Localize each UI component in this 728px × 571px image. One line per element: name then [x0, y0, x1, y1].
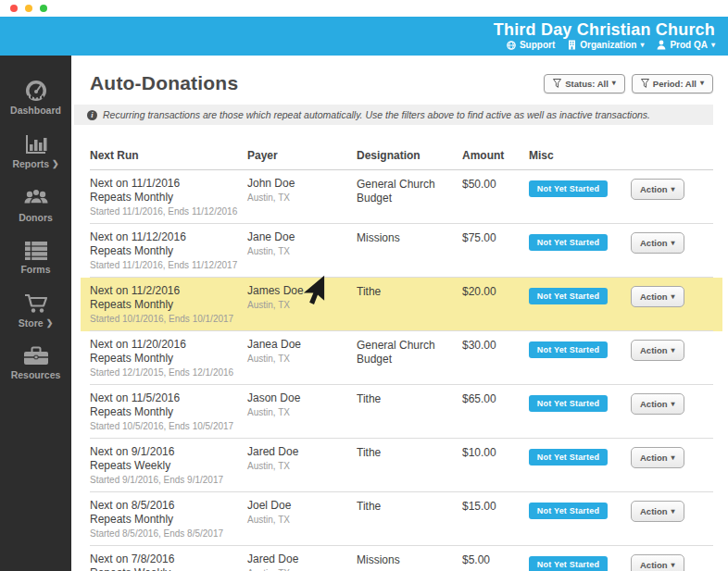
action-button[interactable]: Action ▾ — [631, 286, 684, 307]
table-row[interactable]: Next on 11/2/2016 Repeats Monthly Starte… — [90, 278, 713, 331]
sidebar-item-store[interactable]: Store❯ — [0, 284, 71, 338]
chevron-down-icon: ▾ — [711, 42, 715, 49]
payer-location: Austin, TX — [247, 460, 357, 472]
next-run-cell: Next on 11/12/2016 Repeats Monthly Start… — [90, 230, 247, 271]
resources-icon — [23, 346, 49, 366]
status-badge: Not Yet Started — [529, 234, 608, 251]
table-body: Next on 11/1/2016 Repeats Monthly Starte… — [90, 170, 713, 571]
globe-icon — [507, 41, 516, 50]
nav-label: Organization — [580, 40, 636, 50]
misc-cell: Not Yet Started — [529, 391, 631, 432]
action-cell: Action ▾ — [631, 230, 713, 271]
next-run-date: Next on 11/5/2016 — [90, 391, 247, 405]
start-end-dates: Started 11/1/2016, Ends 11/12/2016 — [90, 205, 247, 217]
action-button-label: Action — [640, 399, 668, 409]
next-run-date: Next on 11/20/2016 — [90, 338, 247, 352]
action-button-label: Action — [640, 506, 668, 516]
nav-organization[interactable]: Organization ▾ — [568, 40, 644, 50]
sidebar-item-label: Store❯ — [19, 317, 53, 329]
sidebar-item-label: Dashboard — [10, 105, 61, 116]
start-end-dates: Started 12/1/2015, Ends 12/1/2016 — [90, 366, 247, 379]
close-window-icon[interactable] — [10, 5, 18, 12]
misc-cell: Not Yet Started — [529, 552, 631, 571]
misc-cell: Not Yet Started — [529, 499, 631, 540]
payer-name: Joel Doe — [247, 499, 357, 513]
chevron-down-icon: ▾ — [700, 80, 704, 87]
payer-location: Austin, TX — [247, 299, 357, 311]
sidebar-item-reports[interactable]: Reports❯ — [0, 125, 71, 179]
action-button[interactable]: Action ▾ — [631, 501, 684, 522]
next-run-date: Next on 9/1/2016 — [90, 445, 247, 459]
table-row[interactable]: Next on 11/20/2016 Repeats Monthly Start… — [90, 331, 713, 385]
table-row[interactable]: Next on 11/1/2016 Repeats Monthly Starte… — [90, 170, 713, 224]
status-badge: Not Yet Started — [529, 395, 608, 412]
repeat-frequency: Repeats Weekly — [90, 566, 247, 571]
repeat-frequency: Repeats Weekly — [90, 459, 247, 473]
action-button[interactable]: Action ▾ — [631, 447, 684, 468]
column-header-designation: Designation — [357, 149, 462, 162]
minimize-window-icon[interactable] — [25, 5, 32, 12]
store-icon — [24, 292, 48, 315]
start-end-dates: Started 10/1/2016, Ends 10/1/2017 — [90, 313, 247, 325]
next-run-date: Next on 11/2/2016 — [90, 284, 247, 298]
nav-support[interactable]: Support — [507, 40, 555, 50]
sidebar-item-donors[interactable]: Donors — [0, 179, 71, 232]
next-run-cell: Next on 11/20/2016 Repeats Monthly Start… — [90, 338, 247, 379]
next-run-cell: Next on 8/5/2016 Repeats Monthly Started… — [90, 499, 247, 540]
amount-cell: $30.00 — [462, 338, 529, 379]
table-row[interactable]: Next on 11/12/2016 Repeats Monthly Start… — [90, 224, 713, 278]
next-run-date: Next on 7/8/2016 — [90, 552, 247, 566]
action-cell: Action ▾ — [631, 552, 713, 571]
chevron-down-icon: ▾ — [672, 454, 675, 462]
table-row[interactable]: Next on 11/5/2016 Repeats Monthly Starte… — [90, 385, 713, 439]
sidebar-item-dashboard[interactable]: Dashboard — [0, 71, 71, 125]
repeat-frequency: Repeats Monthly — [90, 405, 247, 419]
table-row[interactable]: Next on 9/1/2016 Repeats Weekly Started … — [90, 439, 713, 492]
nav-label: Support — [520, 40, 555, 50]
status-badge: Not Yet Started — [529, 449, 608, 465]
action-button[interactable]: Action ▾ — [631, 179, 684, 200]
column-header-actions — [631, 149, 713, 162]
designation-cell: Tithe — [357, 445, 462, 486]
action-button[interactable]: Action ▾ — [631, 340, 684, 361]
nav-user-menu[interactable]: Prod QA ▾ — [657, 40, 715, 50]
amount-cell: $65.00 — [462, 391, 529, 432]
payer-name: Jared Doe — [247, 552, 357, 566]
table-row[interactable]: Next on 7/8/2016 Repeats Weekly Started … — [90, 546, 713, 571]
chevron-down-icon: ▾ — [640, 42, 644, 49]
chevron-right-icon: ❯ — [52, 159, 59, 168]
action-cell: Action ▾ — [631, 177, 713, 217]
action-cell: Action ▾ — [631, 391, 713, 432]
designation-cell: Missions — [357, 552, 462, 571]
status-filter-button[interactable]: Status: All ▾ — [544, 74, 625, 93]
designation-cell: Tithe — [357, 499, 462, 540]
payer-name: Jared Doe — [247, 445, 357, 459]
donations-table: Next Run Payer Designation Amount Misc N… — [90, 145, 713, 571]
chevron-down-icon: ▾ — [672, 508, 675, 515]
action-button[interactable]: Action ▾ — [631, 232, 684, 254]
sidebar-item-label: Donors — [19, 212, 53, 223]
page-title: Auto-Donations — [90, 72, 544, 94]
payer-cell: Joel Doe Austin, TX — [247, 499, 357, 540]
action-cell: Action ▾ — [631, 284, 713, 325]
action-button-label: Action — [640, 560, 668, 570]
sidebar-item-forms[interactable]: Forms — [0, 232, 71, 284]
main-content: Auto-Donations Status: All ▾ Period: All… — [71, 56, 728, 571]
repeat-frequency: Repeats Monthly — [90, 191, 247, 205]
maximize-window-icon[interactable] — [40, 5, 47, 12]
start-end-dates: Started 11/1/2016, Ends 11/12/2017 — [90, 259, 247, 271]
sidebar-item-resources[interactable]: Resources — [0, 338, 71, 390]
next-run-cell: Next on 9/1/2016 Repeats Weekly Started … — [90, 445, 247, 486]
next-run-cell: Next on 11/2/2016 Repeats Monthly Starte… — [90, 284, 247, 325]
amount-cell: $15.00 — [462, 499, 529, 540]
table-row[interactable]: Next on 8/5/2016 Repeats Monthly Started… — [90, 492, 713, 546]
designation-cell: Tithe — [357, 284, 462, 325]
payer-cell: Jared Doe Austin, TX — [247, 552, 357, 571]
reports-icon — [24, 133, 48, 155]
period-filter-button[interactable]: Period: All ▾ — [632, 74, 713, 93]
header-nav: Support Organization ▾ Prod QA ▾ — [507, 40, 715, 50]
action-button[interactable]: Action ▾ — [631, 393, 684, 415]
payer-location: Austin, TX — [247, 567, 357, 571]
action-button[interactable]: Action ▾ — [631, 554, 684, 571]
action-button-label: Action — [640, 453, 668, 463]
